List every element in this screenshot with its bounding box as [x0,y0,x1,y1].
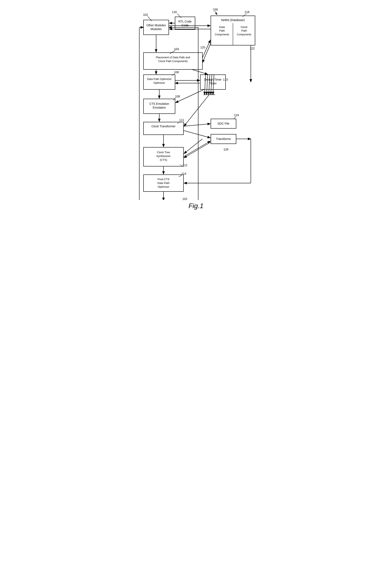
ref-110: 110 [223,78,228,81]
data-path-optimizer-label2: Optimizer [154,81,165,84]
svg-line-44 [184,130,210,138]
ref-111: 111 [179,118,184,122]
svg-line-3 [177,14,182,18]
ref-108: 108 [175,95,180,98]
sdc-file-label: SDC File [217,122,229,125]
clock-path-components-label2: Path [241,29,247,32]
clock-path-components-label: Clock [240,26,248,28]
ref-126: 126 [224,148,228,151]
svg-line-50 [184,142,211,158]
post-cts-label: Post-CTS [158,178,170,181]
svg-line-30 [204,74,206,95]
svg-line-39 [184,95,209,126]
data-path-components-label2: Path [219,29,225,32]
svg-line-13 [170,50,175,54]
ref-116: 116 [172,10,177,14]
cts-label: Clock Tree [157,151,170,154]
ref-114: 114 [182,172,186,175]
rtl-code-label: RTL Code [178,20,192,23]
ref-106: 106 [174,70,179,74]
cts-emulation-label2: Emulation [152,106,166,109]
other-modules-top-label: Other Modules [146,24,166,27]
svg-line-49 [184,139,202,154]
other-modules-top-label2: Modules [150,27,162,31]
rtl-code-label2: Code [182,24,188,27]
svg-line-6 [214,11,217,15]
diagram-container: 102 116 RTL Code Code Other Modules Modu… [133,4,259,210]
svg-line-41 [234,117,236,119]
design-timer-label: Design Timer [204,78,222,81]
design-timer-label2: Timer [209,82,217,85]
ref-112: 112 [182,164,188,167]
ref-102-bottom: 102 [182,197,188,200]
cts-emulation-label: CTS Emulation [149,102,169,106]
svg-rect-36 [144,122,184,135]
svg-line-20 [192,70,208,74]
post-cts-label3: Optimizer [158,185,170,188]
cts-label2: Synthesizer [156,154,171,158]
ref-118: 118 [244,10,250,14]
netlist-label: Netlist (Database) [221,18,244,22]
ref-100: 100 [213,8,218,11]
clock-path-components-label3: Components [237,33,251,36]
clock-transformer-label: Clock Transformer [151,124,176,128]
figure-label: Fig.1 [133,202,259,210]
transforms-label: Transforms [216,137,230,140]
svg-line-2 [148,16,152,21]
svg-line-53 [179,175,182,177]
post-cts-label2: Data Path [158,182,170,184]
data-path-optimizer-label: Data Path Optimizer [147,78,172,80]
placement-label: Placement of Data Path and [156,56,190,59]
ref-120: 120 [200,46,205,49]
svg-line-31 [207,74,208,95]
ref-122: 122 [250,47,255,50]
svg-line-42 [184,124,210,126]
flowchart-svg: 102 116 RTL Code Code Other Modules Modu… [133,4,259,200]
ref-124: 124 [234,114,239,117]
cts-label3: (CTS) [160,158,167,162]
data-path-components-label3: Components [214,33,229,36]
ref-104: 104 [174,47,179,51]
data-path-components-label: Data [219,26,225,28]
ref-102-top: 102 [143,13,148,16]
placement-label2: Clock Path Components [158,60,188,63]
svg-line-7 [242,14,246,17]
